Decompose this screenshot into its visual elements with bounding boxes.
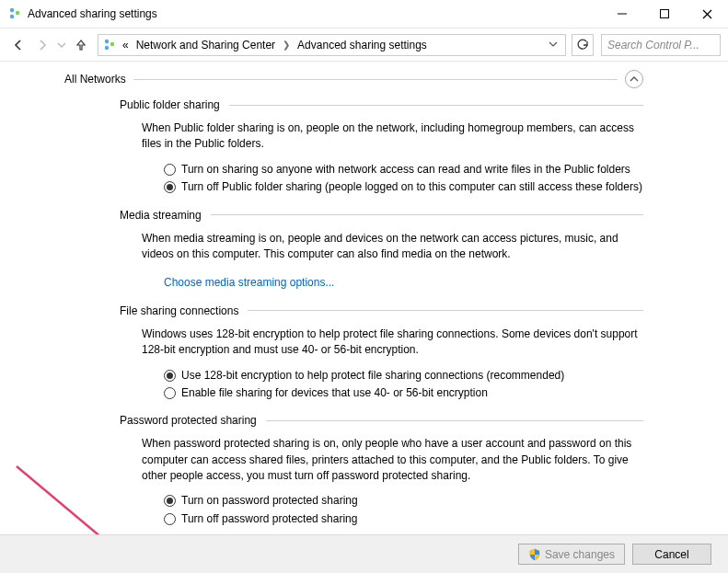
svg-point-1 [16,11,19,15]
radio-password-off[interactable]: Turn off password protected sharing [164,511,643,527]
svg-point-8 [110,41,114,45]
button-label: Save changes [545,548,615,561]
uac-shield-icon [528,548,541,561]
close-button[interactable] [686,0,728,29]
search-input[interactable]: Search Control P... [601,34,721,56]
divider [133,79,618,80]
radio-password-on[interactable]: Turn on password protected sharing [164,493,643,509]
divider [229,105,643,106]
window-controls [601,0,728,29]
radio-label: Turn off password protected sharing [181,511,357,527]
refresh-button[interactable] [572,34,594,56]
svg-point-9 [105,45,109,49]
media-streaming-options-link[interactable]: Choose media streaming options... [164,275,334,291]
section-description: When password protected sharing is on, o… [142,436,643,484]
forward-button[interactable] [31,34,53,56]
maximize-button[interactable] [643,0,686,29]
breadcrumb-item-parent[interactable]: Network and Sharing Center [134,37,277,53]
breadcrumb-item-current[interactable]: Advanced sharing settings [295,37,429,53]
divider [266,420,643,421]
section-file-sharing-connections: File sharing connections Windows uses 12… [120,304,643,402]
divider [248,310,643,311]
chevron-right-icon: ❯ [281,40,292,50]
radio-label: Use 128-bit encryption to help protect f… [181,368,564,384]
titlebar: Advanced sharing settings [0,0,728,29]
recent-locations-button[interactable] [55,34,68,56]
radio-label: Turn off Public folder sharing (people l… [181,179,642,195]
up-button[interactable] [70,34,92,56]
svg-point-2 [10,15,14,18]
section-description: When Public folder sharing is on, people… [142,120,643,153]
section-title: Media streaming [120,209,202,222]
section-public-folder-sharing: Public folder sharing When Public folder… [120,98,643,196]
radio-icon [164,181,176,193]
breadcrumb-dropdown[interactable] [549,40,561,51]
cancel-button[interactable]: Cancel [632,544,711,565]
svg-point-7 [105,39,109,42]
control-panel-network-icon [7,6,22,21]
radio-label: Turn on password protected sharing [181,493,358,509]
minimize-button[interactable] [601,0,643,29]
profile-header-all-networks[interactable]: All Networks [64,69,643,89]
radio-icon [164,495,176,507]
profile-title: All Networks [64,73,126,86]
back-button[interactable] [7,34,29,56]
breadcrumb[interactable]: « Network and Sharing Center ❯ Advanced … [98,34,566,56]
radio-label: Turn on sharing so anyone with network a… [181,162,630,178]
radio-label: Enable file sharing for devices that use… [181,385,488,401]
section-password-protected-sharing: Password protected sharing When password… [120,414,643,527]
radio-icon [164,513,176,525]
breadcrumb-icon [102,38,117,52]
section-title: Password protected sharing [120,414,257,427]
content-area: All Networks Public folder sharing When … [0,62,728,534]
section-description: Windows uses 128-bit encryption to help … [142,327,643,359]
breadcrumb-overflow[interactable]: « [121,37,131,53]
search-placeholder: Search Control P... [607,39,699,52]
save-changes-button[interactable]: Save changes [518,544,625,565]
radio-public-on[interactable]: Turn on sharing so anyone with network a… [164,162,643,178]
radio-public-off[interactable]: Turn off Public folder sharing (people l… [164,179,643,195]
section-title: File sharing connections [120,304,238,317]
radio-encryption-40-56bit[interactable]: Enable file sharing for devices that use… [164,385,643,401]
navigation-bar: « Network and Sharing Center ❯ Advanced … [0,29,728,62]
radio-encryption-128bit[interactable]: Use 128-bit encryption to help protect f… [164,368,643,384]
svg-point-0 [10,8,14,12]
collapse-icon[interactable] [625,70,643,88]
radio-icon [164,370,176,382]
window-title: Advanced sharing settings [28,7,157,20]
radio-icon [164,164,176,176]
svg-rect-4 [661,10,669,18]
section-media-streaming: Media streaming When media streaming is … [120,209,643,292]
radio-icon [164,387,176,399]
section-title: Public folder sharing [120,98,220,111]
section-description: When media streaming is on, people and d… [142,231,643,263]
footer: Save changes Cancel [0,534,728,573]
divider [211,214,643,215]
button-label: Cancel [654,548,688,561]
